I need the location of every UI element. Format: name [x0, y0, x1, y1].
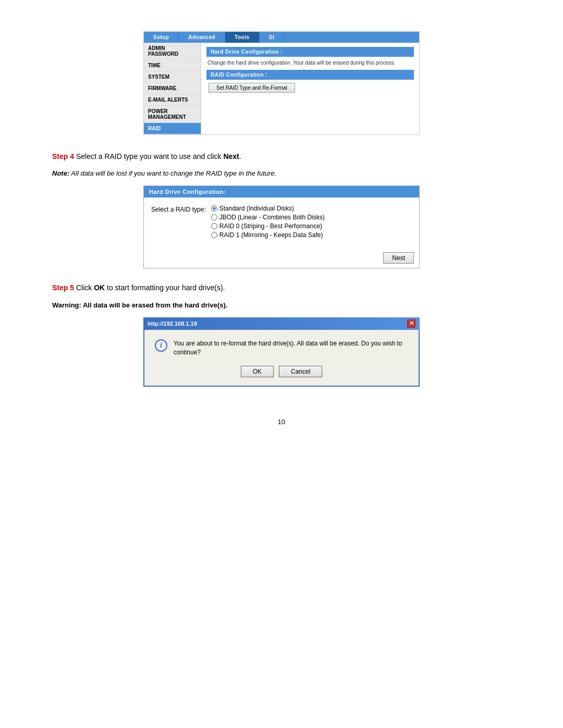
- radio-jbod[interactable]: [211, 214, 217, 220]
- info-icon: i: [155, 339, 167, 352]
- router-ui-screenshot: Setup Advanced Tools St Admin Password T…: [143, 31, 420, 135]
- raid-config-section-header: RAID Configuration :: [206, 70, 414, 80]
- step5-warning: Warning: All data will be erased from th…: [52, 301, 511, 309]
- raid-option-standard-label: Standard (Individual Disks): [219, 205, 294, 212]
- sidebar-item-system[interactable]: System: [144, 71, 201, 83]
- dialog-buttons: OK Cancel: [155, 366, 408, 377]
- tab-tools[interactable]: Tools: [225, 32, 259, 43]
- step5-label: Step 5: [52, 283, 74, 292]
- router-tabs: Setup Advanced Tools St: [144, 32, 419, 43]
- set-raid-button[interactable]: Set RAID Type and Re-Format: [209, 83, 295, 93]
- sidebar-item-time[interactable]: Time: [144, 60, 201, 71]
- step5-instruction: Step 5 Click OK to start formatting your…: [52, 282, 511, 293]
- sidebar-item-email-alerts[interactable]: E-Mail Alerts: [144, 94, 201, 106]
- hd-config-section-text: Change the hard drive configuration. You…: [206, 60, 414, 66]
- raid-option-jbod-label: JBOD (Linear - Combines Both Disks): [219, 214, 325, 221]
- warning-text: All data will be erased from the hard dr…: [81, 301, 228, 309]
- tab-advanced[interactable]: Advanced: [179, 32, 225, 43]
- radio-standard[interactable]: [211, 205, 217, 212]
- dialog-titlebar: http://192.168.1.19 ✕: [143, 317, 420, 330]
- step5-text1: Click: [74, 283, 94, 292]
- step4-text: Select a RAID type you want to use and c…: [74, 152, 223, 161]
- next-button[interactable]: Next: [383, 252, 414, 264]
- dialog-message-row: i You are about to re-format the hard dr…: [155, 339, 408, 357]
- hd-config-panel-header: Hard Drive Configuration:: [144, 186, 419, 198]
- hd-config-panel-footer: Next: [144, 249, 419, 268]
- raid-options: Standard (Individual Disks) JBOD (Linear…: [211, 205, 325, 239]
- step5-text2: to start formatting your hard drive(s).: [105, 283, 225, 292]
- raid-option-raid1-label: RAID 1 (Mirroring - Keeps Data Safe): [219, 231, 323, 239]
- tab-setup[interactable]: Setup: [144, 32, 179, 43]
- dialog-body: i You are about to re-format the hard dr…: [143, 330, 420, 387]
- sidebar-item-power-management[interactable]: Power Management: [144, 106, 201, 123]
- router-sidebar: Admin Password Time System Firmware E-Ma…: [144, 43, 201, 134]
- raid-type-label: Select a RAID type:: [151, 205, 206, 213]
- step4-note: Note: All data will be lost if you want …: [52, 169, 511, 177]
- raid-option-raid0[interactable]: RAID 0 (Striping - Best Performance): [211, 223, 325, 230]
- tab-st[interactable]: St: [260, 32, 285, 43]
- raid-option-raid0-label: RAID 0 (Striping - Best Performance): [219, 223, 322, 230]
- step4-instruction: Step 4 Select a RAID type you want to us…: [52, 151, 511, 162]
- router-content: Hard Drive Configuration : Change the ha…: [201, 43, 419, 134]
- warning-label: Warning:: [52, 301, 81, 309]
- sidebar-item-raid[interactable]: RAID: [144, 123, 201, 134]
- router-body: Admin Password Time System Firmware E-Ma…: [144, 43, 419, 134]
- sidebar-item-admin-password[interactable]: Admin Password: [144, 43, 201, 60]
- radio-raid1[interactable]: [211, 232, 217, 238]
- page-number: 10: [52, 418, 511, 426]
- dialog-container: http://192.168.1.19 ✕ i You are about to…: [143, 317, 420, 387]
- note-label: Note:: [52, 169, 69, 177]
- step4-period: .: [239, 152, 241, 161]
- radio-raid0[interactable]: [211, 223, 217, 229]
- raid-option-raid1[interactable]: RAID 1 (Mirroring - Keeps Data Safe): [211, 231, 325, 239]
- step5-ok-word: OK: [94, 283, 105, 292]
- hd-config-section-header: Hard Drive Configuration :: [206, 47, 414, 57]
- hd-config-panel: Hard Drive Configuration: Select a RAID …: [143, 186, 420, 268]
- dialog-ok-button[interactable]: OK: [241, 366, 274, 377]
- dialog-message-text: You are about to re-format the hard driv…: [174, 339, 408, 357]
- hd-config-panel-body: Select a RAID type: Standard (Individual…: [144, 198, 419, 249]
- page-container: Setup Advanced Tools St Admin Password T…: [0, 0, 563, 728]
- raid-option-jbod[interactable]: JBOD (Linear - Combines Both Disks): [211, 214, 325, 221]
- sidebar-item-firmware[interactable]: Firmware: [144, 83, 201, 94]
- step4-label: Step 4: [52, 152, 74, 161]
- dialog-title: http://192.168.1.19: [148, 320, 197, 327]
- step4-next-word: Next: [223, 152, 239, 161]
- raid-option-standard[interactable]: Standard (Individual Disks): [211, 205, 325, 212]
- note-text: All data will be lost if you want to cha…: [69, 169, 276, 177]
- dialog-cancel-button[interactable]: Cancel: [279, 366, 322, 377]
- raid-type-row: Select a RAID type: Standard (Individual…: [151, 205, 412, 239]
- dialog-close-button[interactable]: ✕: [407, 319, 415, 328]
